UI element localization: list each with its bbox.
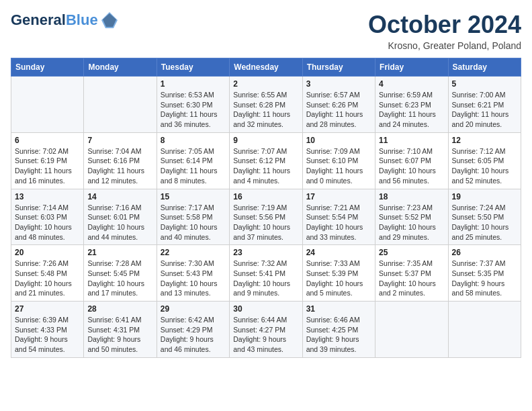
weekday-header: Saturday: [448, 58, 521, 77]
calendar-week-row: 20Sunrise: 7:26 AM Sunset: 5:48 PM Dayli…: [11, 245, 521, 302]
calendar-cell: 14Sunrise: 7:16 AM Sunset: 6:01 PM Dayli…: [84, 189, 157, 245]
day-detail: Sunrise: 6:55 AM Sunset: 6:28 PM Dayligh…: [233, 90, 298, 130]
calendar-cell: 24Sunrise: 7:33 AM Sunset: 5:39 PM Dayli…: [302, 245, 375, 302]
calendar-week-row: 6Sunrise: 7:02 AM Sunset: 6:19 PM Daylig…: [11, 132, 521, 189]
calendar-table: SundayMondayTuesdayWednesdayThursdayFrid…: [11, 58, 521, 358]
day-number: 11: [379, 136, 444, 145]
weekday-header: Monday: [84, 58, 157, 77]
calendar-week-row: 1Sunrise: 6:53 AM Sunset: 6:30 PM Daylig…: [11, 77, 521, 133]
logo-text: GeneralBlue: [11, 12, 98, 28]
calendar-cell: [84, 77, 157, 133]
day-number: 21: [87, 248, 152, 257]
day-number: 22: [161, 248, 226, 257]
calendar-cell: 12Sunrise: 7:12 AM Sunset: 6:05 PM Dayli…: [448, 132, 521, 189]
day-number: 27: [15, 304, 80, 314]
day-number: 9: [233, 136, 298, 145]
calendar-cell: 11Sunrise: 7:10 AM Sunset: 6:07 PM Dayli…: [375, 132, 448, 189]
day-detail: Sunrise: 7:10 AM Sunset: 6:07 PM Dayligh…: [379, 146, 444, 186]
calendar-cell: 1Sunrise: 6:53 AM Sunset: 6:30 PM Daylig…: [157, 77, 229, 133]
title-block: October 2024 Krosno, Greater Poland, Pol…: [368, 11, 521, 51]
weekday-header: Thursday: [302, 58, 375, 77]
calendar-cell: 6Sunrise: 7:02 AM Sunset: 6:19 PM Daylig…: [11, 132, 84, 189]
day-detail: Sunrise: 7:02 AM Sunset: 6:19 PM Dayligh…: [15, 146, 80, 186]
calendar-cell: 5Sunrise: 7:00 AM Sunset: 6:21 PM Daylig…: [448, 77, 521, 133]
day-number: 10: [306, 136, 371, 145]
day-detail: Sunrise: 7:17 AM Sunset: 5:58 PM Dayligh…: [161, 203, 226, 242]
day-detail: Sunrise: 7:05 AM Sunset: 6:14 PM Dayligh…: [161, 146, 226, 186]
day-number: 3: [306, 79, 371, 89]
calendar-cell: 29Sunrise: 6:42 AM Sunset: 4:29 PM Dayli…: [157, 302, 229, 358]
calendar-cell: 27Sunrise: 6:39 AM Sunset: 4:33 PM Dayli…: [11, 302, 84, 358]
day-detail: Sunrise: 7:33 AM Sunset: 5:39 PM Dayligh…: [306, 259, 371, 298]
day-number: 24: [306, 248, 371, 257]
day-number: 31: [306, 304, 371, 314]
day-detail: Sunrise: 6:46 AM Sunset: 4:25 PM Dayligh…: [306, 315, 371, 355]
calendar-cell: 28Sunrise: 6:41 AM Sunset: 4:31 PM Dayli…: [84, 302, 157, 358]
day-detail: Sunrise: 7:21 AM Sunset: 5:54 PM Dayligh…: [306, 203, 371, 242]
calendar-cell: 16Sunrise: 7:19 AM Sunset: 5:56 PM Dayli…: [230, 189, 302, 245]
calendar-cell: 9Sunrise: 7:07 AM Sunset: 6:12 PM Daylig…: [230, 132, 302, 189]
day-number: 17: [306, 192, 371, 201]
calendar-cell: 2Sunrise: 6:55 AM Sunset: 6:28 PM Daylig…: [230, 77, 302, 133]
calendar-cell: 4Sunrise: 6:59 AM Sunset: 6:23 PM Daylig…: [375, 77, 448, 133]
day-number: 18: [379, 192, 444, 201]
day-detail: Sunrise: 6:59 AM Sunset: 6:23 PM Dayligh…: [379, 90, 444, 130]
logo: GeneralBlue: [11, 11, 119, 30]
day-number: 19: [452, 192, 517, 201]
calendar-week-row: 27Sunrise: 6:39 AM Sunset: 4:33 PM Dayli…: [11, 302, 521, 358]
day-detail: Sunrise: 7:32 AM Sunset: 5:41 PM Dayligh…: [233, 259, 298, 298]
day-detail: Sunrise: 7:04 AM Sunset: 6:16 PM Dayligh…: [87, 146, 152, 186]
day-number: 7: [87, 136, 152, 145]
calendar-cell: 22Sunrise: 7:30 AM Sunset: 5:43 PM Dayli…: [157, 245, 229, 302]
header-row: SundayMondayTuesdayWednesdayThursdayFrid…: [11, 58, 521, 77]
day-number: 5: [452, 79, 517, 89]
day-number: 16: [233, 192, 298, 201]
day-detail: Sunrise: 7:23 AM Sunset: 5:52 PM Dayligh…: [379, 203, 444, 242]
calendar-cell: 25Sunrise: 7:35 AM Sunset: 5:37 PM Dayli…: [375, 245, 448, 302]
day-detail: Sunrise: 6:53 AM Sunset: 6:30 PM Dayligh…: [161, 90, 226, 130]
calendar-body: 1Sunrise: 6:53 AM Sunset: 6:30 PM Daylig…: [11, 77, 521, 358]
day-detail: Sunrise: 7:26 AM Sunset: 5:48 PM Dayligh…: [15, 259, 80, 298]
page-header: GeneralBlue October 2024 Krosno, Greater…: [11, 11, 521, 51]
day-number: 28: [87, 304, 152, 314]
calendar-cell: [375, 302, 448, 358]
day-number: 13: [15, 192, 80, 201]
month-title: October 2024: [368, 11, 521, 39]
calendar-cell: 13Sunrise: 7:14 AM Sunset: 6:03 PM Dayli…: [11, 189, 84, 245]
day-detail: Sunrise: 6:41 AM Sunset: 4:31 PM Dayligh…: [87, 315, 152, 355]
calendar-cell: 15Sunrise: 7:17 AM Sunset: 5:58 PM Dayli…: [157, 189, 229, 245]
day-detail: Sunrise: 7:14 AM Sunset: 6:03 PM Dayligh…: [15, 203, 80, 242]
day-detail: Sunrise: 6:42 AM Sunset: 4:29 PM Dayligh…: [161, 315, 226, 355]
day-number: 14: [87, 192, 152, 201]
day-number: 8: [161, 136, 226, 145]
weekday-header: Tuesday: [157, 58, 229, 77]
day-detail: Sunrise: 6:44 AM Sunset: 4:27 PM Dayligh…: [233, 315, 298, 355]
weekday-header: Friday: [375, 58, 448, 77]
calendar-cell: 19Sunrise: 7:24 AM Sunset: 5:50 PM Dayli…: [448, 189, 521, 245]
calendar-cell: 21Sunrise: 7:28 AM Sunset: 5:45 PM Dayli…: [84, 245, 157, 302]
day-number: 4: [379, 79, 444, 89]
day-number: 1: [161, 79, 226, 89]
day-detail: Sunrise: 7:28 AM Sunset: 5:45 PM Dayligh…: [87, 259, 152, 298]
calendar-cell: 7Sunrise: 7:04 AM Sunset: 6:16 PM Daylig…: [84, 132, 157, 189]
day-detail: Sunrise: 7:07 AM Sunset: 6:12 PM Dayligh…: [233, 146, 298, 186]
day-number: 12: [452, 136, 517, 145]
calendar-cell: 17Sunrise: 7:21 AM Sunset: 5:54 PM Dayli…: [302, 189, 375, 245]
calendar-cell: 23Sunrise: 7:32 AM Sunset: 5:41 PM Dayli…: [230, 245, 302, 302]
day-detail: Sunrise: 7:00 AM Sunset: 6:21 PM Dayligh…: [452, 90, 517, 130]
day-number: 2: [233, 79, 298, 89]
day-number: 29: [161, 304, 226, 314]
calendar-cell: [448, 302, 521, 358]
day-number: 25: [379, 248, 444, 257]
calendar-cell: 20Sunrise: 7:26 AM Sunset: 5:48 PM Dayli…: [11, 245, 84, 302]
weekday-header: Sunday: [11, 58, 84, 77]
day-number: 15: [161, 192, 226, 201]
calendar-cell: 30Sunrise: 6:44 AM Sunset: 4:27 PM Dayli…: [230, 302, 302, 358]
calendar-cell: 3Sunrise: 6:57 AM Sunset: 6:26 PM Daylig…: [302, 77, 375, 133]
day-detail: Sunrise: 6:39 AM Sunset: 4:33 PM Dayligh…: [15, 315, 80, 355]
logo-icon: [100, 11, 119, 30]
day-detail: Sunrise: 7:16 AM Sunset: 6:01 PM Dayligh…: [87, 203, 152, 242]
day-detail: Sunrise: 7:30 AM Sunset: 5:43 PM Dayligh…: [161, 259, 226, 298]
calendar-week-row: 13Sunrise: 7:14 AM Sunset: 6:03 PM Dayli…: [11, 189, 521, 245]
day-detail: Sunrise: 7:09 AM Sunset: 6:10 PM Dayligh…: [306, 146, 371, 186]
